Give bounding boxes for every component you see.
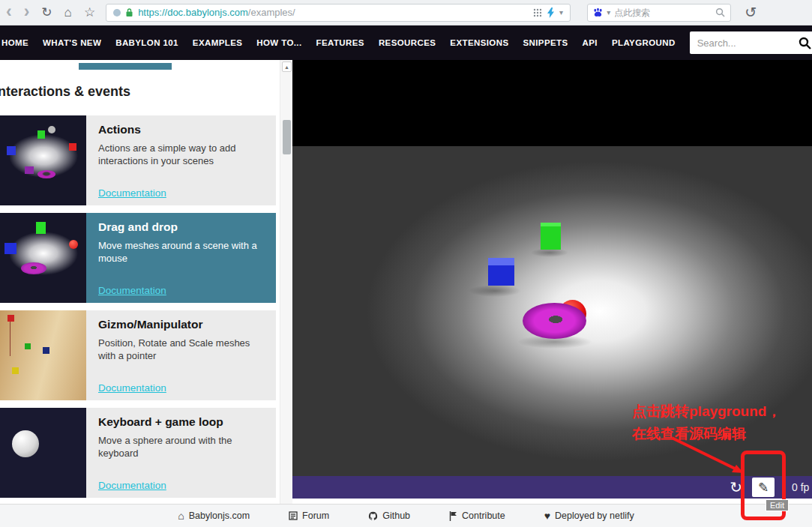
thumb-red-sphere <box>69 240 78 249</box>
documentation-link[interactable]: Documentation <box>98 480 166 491</box>
docs-search-input[interactable] <box>697 37 799 49</box>
thumb-blue-box <box>7 146 16 155</box>
search-icon[interactable] <box>715 7 725 17</box>
nav-item-extensions[interactable]: EXTENSIONS <box>450 38 508 47</box>
example-thumbnail <box>0 213 86 303</box>
example-description: Move meshes around a scene with a mouse <box>98 239 267 265</box>
example-card-body: Gizmo/Manipulator Position, Rotate and S… <box>86 310 276 400</box>
nav-item-babylon-101[interactable]: BABYLON 101 <box>115 38 178 47</box>
footer-label: Deployed by netlify <box>555 511 634 521</box>
docs-search-box[interactable] <box>690 31 812 54</box>
url-path: /examples/ <box>248 7 295 18</box>
chevron-down-icon[interactable]: ▾ <box>607 9 610 16</box>
address-bar[interactable]: https://doc.babylonjs.com/examples/ ▾ <box>106 4 571 22</box>
example-thumbnail <box>0 115 86 205</box>
example-card-actions[interactable]: Actions Actions are a simple way to add … <box>0 115 276 205</box>
annotation-text-line1: 点击跳转playground， <box>632 402 781 421</box>
nav-item-resources[interactable]: RESOURCES <box>379 38 436 47</box>
browser-chrome: ‹ › ↻ ⌂ ☆ https://doc.babylonjs.com/exam… <box>0 0 812 25</box>
previous-card-fragment[interactable] <box>79 63 172 70</box>
nav-item-whats-new[interactable]: WHAT'S NEW <box>43 38 101 47</box>
browser-window: ‹ › ↻ ⌂ ☆ https://doc.babylonjs.com/exam… <box>0 0 812 527</box>
footer-link-contribute[interactable]: Contribute <box>449 511 505 521</box>
example-title: Drag and drop <box>98 220 267 234</box>
green-box-mesh <box>541 223 561 250</box>
thumb-green-box <box>25 343 31 349</box>
thumb-green-box <box>36 222 46 234</box>
thumb-white-sphere <box>12 430 39 457</box>
refresh-icon[interactable]: ↻ <box>41 6 52 19</box>
lightning-icon[interactable] <box>547 7 555 18</box>
history-undo-icon[interactable]: ↺ <box>745 5 757 19</box>
annotation-arrow <box>666 433 750 480</box>
flag-icon <box>449 511 457 521</box>
chevron-down-icon[interactable]: ▾ <box>559 9 563 16</box>
documentation-link[interactable]: Documentation <box>98 382 166 394</box>
examples-sidebar: Interactions & events Actions Actions ar… <box>0 60 292 504</box>
thumb-green-box <box>37 130 45 139</box>
documentation-link[interactable]: Documentation <box>98 187 166 199</box>
documentation-link[interactable]: Documentation <box>98 285 166 296</box>
thumb-gizmo-line <box>10 322 10 356</box>
nav-item-snippets[interactable]: SNIPPETS <box>523 38 568 47</box>
footer-label: Github <box>382 511 410 521</box>
secure-lock-icon <box>125 7 133 17</box>
purple-torus-mesh <box>523 303 586 339</box>
blue-box-mesh <box>488 258 514 286</box>
search-engine-paw-icon[interactable] <box>593 7 603 17</box>
footer-label: Contribute <box>462 511 505 521</box>
nav-item-examples[interactable]: EXAMPLES <box>193 38 242 47</box>
url-scheme: https:// <box>138 7 167 18</box>
example-thumbnail <box>0 310 86 400</box>
example-card-body: Drag and drop Move meshes around a scene… <box>86 213 276 303</box>
example-card-keyboard[interactable]: Keyboard + game loop Move a sphere aroun… <box>0 408 276 498</box>
scrollbar-thumb[interactable] <box>283 120 291 154</box>
nav-item-how-to[interactable]: HOW TO... <box>256 38 301 47</box>
fps-counter: 0 fp <box>792 481 809 493</box>
main-nav: HOME WHAT'S NEW BABYLON 101 EXAMPLES HOW… <box>0 25 812 60</box>
back-icon[interactable]: ‹ <box>6 3 12 20</box>
example-thumbnail <box>0 408 86 498</box>
browser-nav-icons: ‹ › ↻ ⌂ ☆ <box>6 5 95 20</box>
site-icon <box>113 9 121 16</box>
grid-icon[interactable] <box>533 8 542 17</box>
heart-icon: ♥ <box>544 511 550 521</box>
example-card-drag-and-drop[interactable]: Drag and drop Move meshes around a scene… <box>0 213 276 303</box>
house-icon: ⌂ <box>178 511 184 521</box>
nav-item-api[interactable]: API <box>583 38 598 47</box>
footer-link-netlify[interactable]: ♥ Deployed by netlify <box>544 511 634 521</box>
thumb-purple-torus <box>37 170 55 178</box>
example-card-body: Keyboard + game loop Move a sphere aroun… <box>86 408 276 498</box>
thumb-blue-box <box>4 243 16 254</box>
nav-item-features[interactable]: FEATURES <box>316 38 364 47</box>
thumb-gray-sphere <box>48 126 55 133</box>
black-band <box>292 60 812 146</box>
browser-search-input[interactable] <box>614 7 712 18</box>
search-icon[interactable] <box>799 37 811 49</box>
github-icon <box>368 511 378 521</box>
scrollbar-up-arrow-icon[interactable]: ▲ <box>282 61 292 72</box>
footer-link-github[interactable]: Github <box>368 511 410 521</box>
nav-item-home[interactable]: HOME <box>1 38 28 47</box>
example-title: Actions <box>98 123 267 136</box>
example-card-gizmo[interactable]: Gizmo/Manipulator Position, Rotate and S… <box>0 310 276 400</box>
footer-link-forum[interactable]: Forum <box>289 511 329 521</box>
sidebar-scrollbar[interactable]: ▲ <box>280 60 292 504</box>
home-icon[interactable]: ⌂ <box>64 6 72 19</box>
example-description: Actions are a simple way to add interact… <box>98 142 267 167</box>
forward-icon[interactable]: › <box>24 3 30 20</box>
thumb-red-box <box>7 315 14 322</box>
edit-tooltip: Edit <box>766 499 789 511</box>
url-text: https://doc.babylonjs.com/examples/ <box>138 7 295 18</box>
browser-search-box[interactable]: ▾ <box>587 4 731 22</box>
example-card-body: Actions Actions are a simple way to add … <box>86 115 276 205</box>
bookmark-star-icon[interactable]: ☆ <box>84 6 95 19</box>
footer-label: Forum <box>302 511 329 521</box>
example-title: Keyboard + game loop <box>98 415 267 429</box>
example-description: Position, Rotate and Scale meshes with a… <box>98 337 267 362</box>
thumb-red-box <box>69 143 76 151</box>
thumb-purple-torus <box>21 262 46 274</box>
nav-item-playground[interactable]: PLAYGROUND <box>612 38 676 47</box>
footer-link-babylonjs[interactable]: ⌂ Babylonjs.com <box>178 511 250 521</box>
section-title: Interactions & events <box>0 84 292 100</box>
